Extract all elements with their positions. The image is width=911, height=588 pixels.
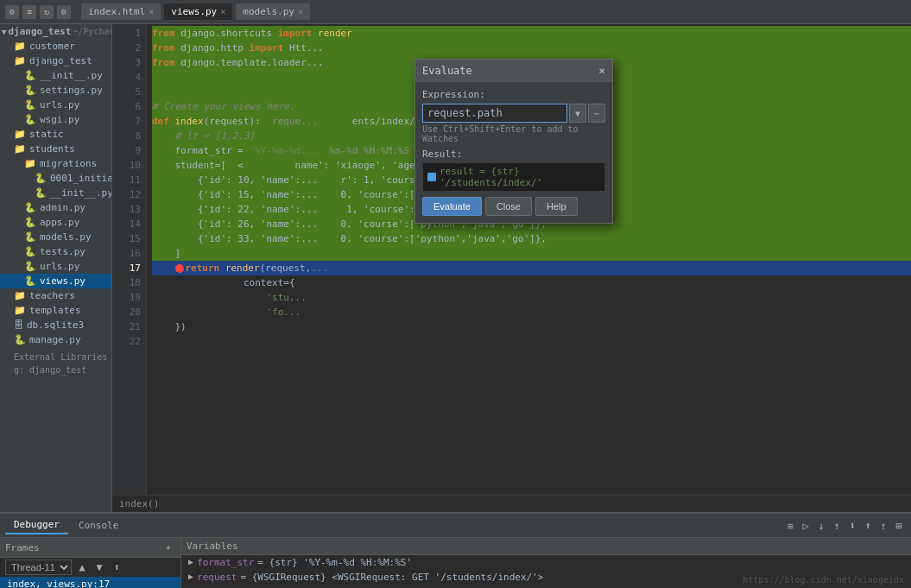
top-icon-2[interactable]: ≡ — [22, 5, 36, 19]
sidebar-item-models[interactable]: 🐍 models.py — [0, 230, 111, 244]
code-line-1: from django.shortcuts import render — [152, 26, 911, 41]
py-icon: 🐍 — [24, 231, 36, 243]
frames-panel: Frames + Thread-11 ▲ ▼ ⬆ index, views.py… — [0, 538, 181, 588]
thread-select[interactable]: Thread-11 — [5, 560, 72, 575]
var-val-request: = {WSGIRequest} <WSGIRequest: GET '/stud… — [240, 572, 543, 583]
toolbar-icon-2[interactable]: ▷ — [799, 519, 813, 533]
frame-item-0[interactable]: index, views.py:17 — [0, 577, 180, 588]
sidebar-scratch[interactable]: g: django_test — [0, 364, 111, 376]
expression-hint: Use Ctrl+Shift+Enter to add to Watches — [422, 124, 605, 143]
ln-9: 9 — [112, 143, 141, 158]
breadcrumb-text: index() — [119, 498, 159, 509]
bottom-panel: Debugger Console ≡ ▷ ↓ ↑ ⬇ ⬆ ⇑ ⊞ Frames … — [0, 512, 911, 588]
breadcrumb: index() — [112, 495, 911, 512]
thread-btn-3[interactable]: ⬆ — [110, 560, 123, 574]
var-expand-request[interactable]: ▶ — [188, 572, 193, 581]
tab-models-py[interactable]: models.py × — [236, 3, 310, 20]
dialog-body: Expression: ▼ ⋯ Use Ctrl+Shift+Enter to … — [415, 82, 612, 223]
tab-label: views.py — [171, 6, 217, 17]
code-line-16: ] — [152, 246, 911, 261]
tab-index-html[interactable]: index.html × — [81, 3, 161, 20]
thread-btn-1[interactable]: ▲ — [75, 560, 89, 574]
top-icon-1[interactable]: ⚙ — [5, 5, 19, 19]
dialog-close-button[interactable]: × — [598, 64, 605, 77]
bottom-content: Frames + Thread-11 ▲ ▼ ⬆ index, views.py… — [0, 538, 911, 588]
top-bar: ⚙ ≡ ↻ ⚙ index.html × views.py × models.p… — [0, 0, 911, 24]
thread-btn-2[interactable]: ▼ — [92, 560, 106, 574]
top-icon-4[interactable]: ⚙ — [57, 5, 71, 19]
tab-close-models[interactable]: × — [298, 7, 303, 16]
toolbar-icon-8[interactable]: ⊞ — [892, 519, 906, 533]
py-icon: 🐍 — [24, 114, 36, 125]
ln-20: 20 — [112, 305, 141, 319]
ln-8: 8 — [112, 129, 141, 143]
tab-label: index.html — [88, 6, 145, 17]
sidebar-item-templates[interactable]: 📁 templates — [0, 303, 111, 318]
sidebar-item-migrations[interactable]: 📁 migrations — [0, 156, 111, 171]
thread-row: Thread-11 ▲ ▼ ⬆ — [0, 558, 180, 577]
py-icon: 🐍 — [14, 334, 26, 345]
sidebar-item-init[interactable]: 🐍 __init__.py — [0, 68, 111, 83]
sidebar-item-init2[interactable]: 🐍 __init__.py — [0, 186, 111, 200]
sidebar-external-libs[interactable]: External Libraries — [0, 351, 111, 364]
project-path: ~/PycharmPr — [73, 27, 112, 36]
var-item-request[interactable]: ▶ request = {WSGIRequest} <WSGIRequest: … — [181, 570, 911, 585]
toolbar-icon-3[interactable]: ↓ — [814, 519, 828, 533]
evaluate-button[interactable]: Evaluate — [422, 197, 482, 216]
folder-icon: 📁 — [24, 158, 36, 169]
ln-18: 18 — [112, 275, 141, 290]
ln-4: 4 — [112, 70, 141, 85]
expression-expand-btn[interactable]: ⋯ — [588, 104, 605, 123]
expression-input[interactable] — [422, 104, 567, 123]
sidebar-item-teachers[interactable]: 📁 teachers — [0, 288, 111, 303]
sidebar-item-customer[interactable]: 📁 customer — [0, 39, 111, 54]
tab-console[interactable]: Console — [70, 517, 127, 534]
toolbar-icon-7[interactable]: ⇑ — [876, 519, 890, 533]
code-line-17: return render(request,... — [152, 261, 911, 275]
var-item-format-str[interactable]: ▶ format_str = {str} '%Y-%m-%d %H:%M:%S' — [181, 555, 911, 570]
toolbar-icon-4[interactable]: ↑ — [830, 519, 844, 533]
sidebar-item-0001[interactable]: 🐍 0001_initial.py — [0, 171, 111, 186]
folder-icon: 📁 — [14, 41, 26, 52]
tab-views-py[interactable]: views.py × — [164, 3, 232, 20]
var-item-student[interactable]: ▶ student = {list} <class 'list'>: [{'id… — [181, 585, 911, 588]
var-expand-format[interactable]: ▶ — [188, 557, 193, 566]
top-icon-3[interactable]: ↻ — [40, 5, 54, 19]
expression-history-btn[interactable]: ▼ — [569, 104, 586, 123]
sidebar-item-db[interactable]: 🗄 db.sqlite3 — [0, 318, 111, 332]
close-button[interactable]: Close — [485, 197, 532, 216]
toolbar-icon-5[interactable]: ⬇ — [845, 519, 859, 533]
sidebar-item-apps[interactable]: 🐍 apps.py — [0, 215, 111, 230]
sidebar-item-tests[interactable]: 🐍 tests.py — [0, 244, 111, 259]
toolbar-icon-6[interactable]: ⬆ — [861, 519, 875, 533]
sidebar-item-static[interactable]: 📁 static — [0, 127, 111, 142]
folder-icon: 📁 — [14, 290, 26, 301]
frames-expand-btn[interactable]: + — [161, 541, 175, 554]
tab-close-index[interactable]: × — [149, 7, 154, 16]
sidebar-item-settings[interactable]: 🐍 settings.py — [0, 83, 111, 98]
ln-16: 16 — [112, 246, 141, 261]
py-icon: 🐍 — [35, 173, 47, 184]
code-line-19: 'stu... — [152, 290, 911, 305]
sidebar-item-admin[interactable]: 🐍 admin.py — [0, 200, 111, 215]
folder-icon: 📁 — [14, 305, 26, 316]
code-line-20: 'fo... — [152, 305, 911, 319]
expression-label: Expression: — [422, 89, 605, 100]
sidebar: ▼ django_test ~/PycharmPr 📁 customer 📁 d… — [0, 24, 112, 512]
sidebar-item-urls[interactable]: 🐍 urls.py — [0, 98, 111, 112]
toolbar-icon-1[interactable]: ≡ — [783, 519, 797, 533]
sidebar-item-wsgi[interactable]: 🐍 wsgi.py — [0, 112, 111, 127]
sidebar-item-urls2[interactable]: 🐍 urls.py — [0, 259, 111, 274]
result-value: result = {str} '/students/index/' — [440, 166, 600, 188]
help-button[interactable]: Help — [535, 197, 578, 216]
expression-input-row: ▼ ⋯ — [422, 104, 605, 123]
sidebar-item-manage[interactable]: 🐍 manage.py — [0, 332, 111, 347]
evaluate-dialog[interactable]: Evaluate × Expression: ▼ ⋯ Use Ctrl+Shif… — [414, 59, 613, 224]
sidebar-item-students[interactable]: 📁 students — [0, 142, 111, 156]
project-root[interactable]: ▼ django_test ~/PycharmPr — [0, 24, 111, 39]
var-val-format: = {str} '%Y-%m-%d %H:%M:%S' — [257, 557, 412, 568]
tab-debugger[interactable]: Debugger — [5, 516, 68, 534]
sidebar-item-django-test[interactable]: 📁 django_test — [0, 54, 111, 68]
tab-close-views[interactable]: × — [220, 7, 225, 16]
sidebar-item-views[interactable]: 🐍 views.py — [0, 274, 111, 288]
